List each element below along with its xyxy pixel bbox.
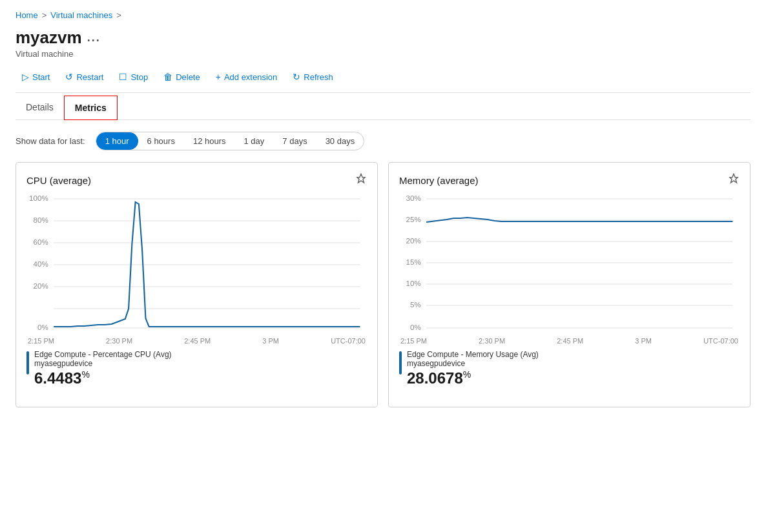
breadcrumb-sep2: > (116, 10, 121, 20)
start-icon: ▷ (22, 72, 29, 82)
svg-text:25%: 25% (406, 216, 421, 223)
svg-text:30%: 30% (406, 194, 421, 202)
start-button[interactable]: ▷ Start (16, 68, 56, 86)
time-12hours[interactable]: 12 hours (184, 132, 235, 150)
time-6hours[interactable]: 6 hours (138, 132, 184, 150)
time-7days[interactable]: 7 days (273, 132, 316, 150)
svg-text:40%: 40% (34, 260, 48, 268)
charts-row: CPU (average) 1 (16, 162, 750, 407)
memory-pin-icon[interactable] (728, 173, 740, 187)
cpu-x-labels: 2:15 PM 2:30 PM 2:45 PM 3 PM UTC-07:00 (26, 337, 367, 345)
delete-icon: 🗑 (163, 72, 172, 82)
memory-legend: Edge Compute - Memory Usage (Avg) myaseg… (399, 350, 740, 387)
breadcrumb: Home > Virtual machines > (16, 10, 750, 20)
add-icon: + (216, 72, 221, 82)
svg-text:0%: 0% (37, 323, 48, 331)
memory-chart-title: Memory (average) (399, 175, 479, 186)
cpu-metric-value: 6.4483% (34, 369, 172, 387)
toolbar: ▷ Start ↺ Restart ☐ Stop 🗑 Delete + Add … (16, 68, 750, 93)
svg-text:100%: 100% (29, 194, 48, 202)
stop-icon: ☐ (119, 72, 127, 82)
vm-ellipsis[interactable]: ... (87, 31, 101, 45)
tab-metrics[interactable]: Metrics (64, 96, 118, 120)
time-selector: 1 hour 6 hours 12 hours 1 day 7 days 30 … (96, 132, 365, 150)
svg-text:60%: 60% (34, 238, 48, 246)
cpu-pin-icon[interactable] (355, 173, 367, 187)
svg-text:0%: 0% (410, 323, 421, 331)
time-1day[interactable]: 1 day (235, 132, 274, 150)
vm-title-row: myazvm ... (16, 28, 750, 48)
breadcrumb-sep1: > (42, 10, 47, 20)
add-extension-button[interactable]: + Add extension (209, 68, 284, 86)
tabs: Details Metrics (16, 93, 750, 120)
vm-name: myazvm (16, 28, 82, 48)
cpu-chart-card: CPU (average) 1 (16, 162, 378, 407)
svg-text:20%: 20% (34, 282, 48, 290)
stop-button[interactable]: ☐ Stop (112, 68, 154, 86)
time-1hour[interactable]: 1 hour (96, 132, 138, 150)
cpu-chart-title: CPU (average) (26, 175, 91, 186)
delete-button[interactable]: 🗑 Delete (157, 68, 207, 86)
memory-legend-subtitle: myasegpudevice (407, 359, 539, 368)
cpu-chart-area: 100% 80% 60% 40% 20% 0% (26, 192, 367, 334)
cpu-chart-svg: 100% 80% 60% 40% 20% 0% (26, 192, 367, 334)
svg-text:5%: 5% (410, 301, 421, 309)
memory-chart-card: Memory (average) (388, 162, 750, 407)
memory-chart-area: 30% 25% 20% 15% 10% 5% 0% (399, 192, 740, 334)
svg-text:20%: 20% (406, 237, 421, 245)
memory-legend-bar (399, 351, 402, 374)
refresh-icon: ↻ (293, 72, 300, 82)
restart-button[interactable]: ↺ Restart (59, 68, 110, 86)
breadcrumb-home[interactable]: Home (16, 10, 38, 20)
memory-metric-value: 28.0678% (407, 369, 539, 387)
memory-chart-title-row: Memory (average) (399, 173, 740, 187)
cpu-chart-title-row: CPU (average) (26, 173, 367, 187)
cpu-legend-subtitle: myasegpudevice (34, 359, 172, 368)
time-30days[interactable]: 30 days (316, 132, 364, 150)
memory-legend-title: Edge Compute - Memory Usage (Avg) (407, 350, 539, 359)
cpu-legend: Edge Compute - Percentage CPU (Avg) myas… (26, 350, 367, 387)
memory-legend-content: Edge Compute - Memory Usage (Avg) myaseg… (407, 350, 539, 387)
svg-text:80%: 80% (34, 216, 48, 224)
cpu-legend-content: Edge Compute - Percentage CPU (Avg) myas… (34, 350, 172, 387)
cpu-legend-title: Edge Compute - Percentage CPU (Avg) (34, 350, 172, 359)
vm-subtitle: Virtual machine (16, 49, 750, 59)
restart-icon: ↺ (65, 72, 73, 82)
memory-x-labels: 2:15 PM 2:30 PM 2:45 PM 3 PM UTC-07:00 (399, 337, 740, 345)
cpu-legend-bar (26, 351, 29, 374)
svg-text:10%: 10% (406, 280, 421, 287)
refresh-button[interactable]: ↻ Refresh (286, 68, 340, 86)
metrics-controls: Show data for last: 1 hour 6 hours 12 ho… (16, 132, 750, 150)
breadcrumb-vms[interactable]: Virtual machines (50, 10, 112, 20)
svg-text:15%: 15% (406, 258, 421, 266)
memory-chart-svg: 30% 25% 20% 15% 10% 5% 0% (399, 192, 740, 334)
show-data-label: Show data for last: (16, 136, 85, 146)
tab-details[interactable]: Details (16, 96, 64, 120)
